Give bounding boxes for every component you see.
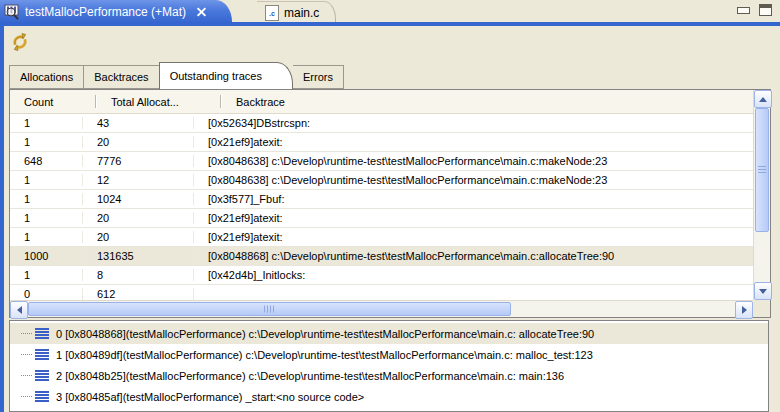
vertical-scrollbar[interactable]: [753, 90, 770, 300]
stack-frame-text: 0 [0x8048868](testMallocPerformance) c:\…: [56, 328, 594, 340]
scroll-right-icon[interactable]: [735, 301, 753, 319]
column-header-total-allocated[interactable]: Total Allocat...: [97, 90, 220, 113]
table-row[interactable]: 1 20 [0x21ef9]atexit:: [10, 209, 753, 228]
cell-total: 131635: [83, 250, 194, 262]
column-header-backtrace[interactable]: Backtrace: [222, 90, 753, 113]
view-window-controls: [737, 4, 772, 16]
cell-backtrace: [0x3f577]_Fbuf:: [194, 193, 753, 205]
cell-backtrace: [0x52634]DBstrcspn:: [194, 117, 753, 129]
active-tab-title: testMallocPerformance (+Mat): [25, 5, 186, 19]
table-body: 1 43 [0x52634]DBstrcspn: 1 20 [0x21ef9]a…: [10, 114, 753, 300]
editor-tabbar: testMallocPerformance (+Mat) .c main.c: [0, 0, 780, 23]
cell-count: 1: [10, 231, 83, 243]
tab-allocations[interactable]: Allocations: [9, 65, 84, 89]
tree-connector: [21, 396, 32, 397]
stack-frame-icon: [35, 370, 49, 381]
cell-backtrace: [0x21ef9]atexit:: [194, 136, 753, 148]
maximize-icon[interactable]: [759, 4, 772, 16]
table-header: Count Total Allocat... Backtrace: [10, 90, 753, 114]
scroll-down-icon[interactable]: [754, 282, 772, 300]
cell-total: 20: [83, 231, 194, 243]
cell-count: 1: [10, 174, 83, 186]
cell-total: 1024: [83, 193, 194, 205]
cell-total: 8: [83, 269, 194, 281]
tab-accent-bar: [0, 22, 780, 26]
tree-connector: [21, 333, 32, 334]
cell-count: 1: [10, 117, 83, 129]
view-tabs: Allocations Backtraces Outstanding trace…: [9, 61, 344, 89]
minimize-icon[interactable]: [737, 7, 750, 14]
inactive-tab-title: main.c: [284, 6, 319, 20]
tab-test-malloc-performance[interactable]: testMallocPerformance (+Mat): [0, 0, 232, 23]
tab-errors[interactable]: Errors: [293, 65, 344, 89]
cell-count: 1: [10, 193, 83, 205]
c-file-icon: .c: [265, 5, 279, 21]
stack-frame-item[interactable]: 3 [0x80485af](testMallocPerformance) _st…: [10, 386, 768, 407]
cell-backtrace: [0x8048868] c:\Develop\runtime-test\test…: [194, 250, 753, 262]
column-header-count[interactable]: Count: [10, 90, 95, 113]
table-row[interactable]: 1 12 [0x8048638] c:\Develop\runtime-test…: [10, 171, 753, 190]
horizontal-scroll-thumb[interactable]: [28, 302, 511, 316]
scroll-up-icon[interactable]: [754, 90, 772, 108]
table-row[interactable]: 1 20 [0x21ef9]atexit:: [10, 133, 753, 152]
stack-frame-item-selected[interactable]: 0 [0x8048868](testMallocPerformance) c:\…: [10, 323, 768, 344]
cell-total: 43: [83, 117, 194, 129]
vertical-scroll-thumb[interactable]: [755, 108, 769, 232]
tab-outstanding-traces[interactable]: Outstanding traces: [159, 62, 293, 89]
table-row[interactable]: 1 43 [0x52634]DBstrcspn:: [10, 114, 753, 133]
tree-connector: [21, 375, 32, 376]
malloc-performance-view: testMallocPerformance (+Mat) .c main.c A…: [0, 0, 780, 412]
cell-total: 12: [83, 174, 194, 186]
horizontal-scroll-track[interactable]: [28, 301, 735, 317]
cell-count: 1: [10, 136, 83, 148]
cell-count: 1: [10, 269, 83, 281]
cell-total: 612: [83, 288, 194, 300]
refresh-icon[interactable]: [10, 32, 30, 52]
stack-frame-text: 3 [0x80485af](testMallocPerformance) _st…: [56, 391, 364, 403]
cell-count: 0: [10, 288, 83, 300]
left-accent-strip: [0, 24, 4, 412]
scrollbar-corner: [753, 300, 770, 317]
stack-frame-icon: [35, 328, 49, 339]
tab-main-c[interactable]: .c main.c: [257, 1, 336, 24]
close-icon[interactable]: [197, 7, 206, 16]
stack-frame-item[interactable]: 2 [0x8048b25](testMallocPerformance) c:\…: [10, 365, 768, 386]
stack-frame-item[interactable]: 1 [0x80489df](testMallocPerformance) c:\…: [10, 344, 768, 365]
cell-total: 20: [83, 212, 194, 224]
tab-backtraces[interactable]: Backtraces: [84, 65, 159, 89]
cell-backtrace: [0x42d4b]_Initlocks:: [194, 269, 753, 281]
cell-total: 7776: [83, 155, 194, 167]
cell-count: 648: [10, 155, 83, 167]
stack-frame-icon: [35, 349, 49, 360]
vertical-scroll-track[interactable]: [754, 108, 770, 282]
table-row-selected[interactable]: 1000 131635 [0x8048868] c:\Develop\runti…: [10, 247, 753, 266]
stack-frame-text: 1 [0x80489df](testMallocPerformance) c:\…: [56, 349, 593, 361]
horizontal-scrollbar[interactable]: [10, 300, 753, 317]
stack-frame-icon: [35, 391, 49, 402]
cell-backtrace: [0x8048638] c:\Develop\runtime-test\test…: [194, 155, 753, 167]
cell-count: 1: [10, 212, 83, 224]
tree-connector: [21, 354, 32, 355]
table-row[interactable]: 648 7776 [0x8048638] c:\Develop\runtime-…: [10, 152, 753, 171]
table-row[interactable]: 0 612: [10, 285, 753, 300]
profiler-view-icon: [4, 4, 20, 20]
cell-backtrace: [0x21ef9]atexit:: [194, 212, 753, 224]
cell-total: 20: [83, 136, 194, 148]
cell-count: 1000: [10, 250, 83, 262]
outstanding-traces-table: Count Total Allocat... Backtrace 1 43 [0…: [9, 89, 771, 318]
cell-backtrace: [0x8048638] c:\Develop\runtime-test\test…: [194, 174, 753, 186]
table-row[interactable]: 1 20 [0x21ef9]atexit:: [10, 228, 753, 247]
table-row[interactable]: 1 1024 [0x3f577]_Fbuf:: [10, 190, 753, 209]
scroll-left-icon[interactable]: [10, 301, 28, 319]
stack-trace-panel: 0 [0x8048868](testMallocPerformance) c:\…: [9, 320, 769, 412]
table-row[interactable]: 1 8 [0x42d4b]_Initlocks:: [10, 266, 753, 285]
stack-frame-text: 2 [0x8048b25](testMallocPerformance) c:\…: [56, 370, 564, 382]
cell-backtrace: [0x21ef9]atexit:: [194, 231, 753, 243]
